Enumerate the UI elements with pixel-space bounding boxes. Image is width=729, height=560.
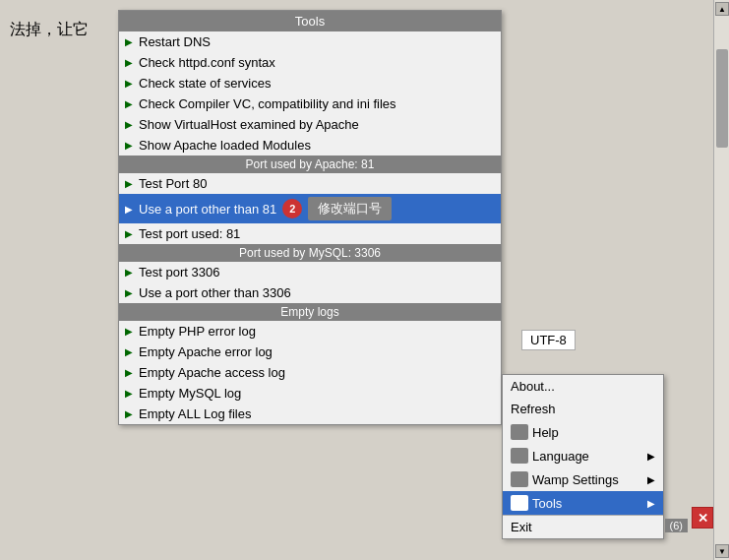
right-menu-item-inner: Exit [511, 520, 532, 534]
menu-item-use-port-3306[interactable]: ▶ Use a port other than 3306 [119, 282, 501, 303]
right-menu-item-label: Language [532, 449, 589, 464]
menu-item-label: Empty MySQL log [139, 386, 241, 401]
tools-icon [511, 495, 528, 511]
menu-item-show-modules[interactable]: ▶ Show Apache loaded Modules [119, 135, 501, 156]
menu-item-empty-mysql-log[interactable]: ▶ Empty MySQL log [119, 383, 501, 404]
menu-item-label: Empty PHP error log [139, 324, 256, 339]
scrollbar-up-arrow[interactable]: ▲ [715, 2, 729, 16]
menu-item-empty-apache-error[interactable]: ▶ Empty Apache error log [119, 342, 501, 362]
right-menu-item-inner: Tools [511, 495, 562, 511]
submenu-arrow-icon: ▶ [647, 451, 655, 462]
scrollbar[interactable]: ▲ ▼ [713, 0, 729, 560]
submenu-arrow-icon: ▶ [647, 498, 655, 509]
right-menu-item-inner: Help [511, 424, 559, 440]
right-menu-item-inner: About... [511, 379, 555, 394]
menu-item-test-port-80[interactable]: ▶ Test Port 80 [119, 173, 501, 194]
menu-item-label: Show Apache loaded Modules [139, 138, 311, 153]
arrow-icon: ▶ [125, 119, 133, 130]
right-menu-item-about[interactable]: About... [503, 375, 663, 398]
section-apache: Port used by Apache: 81 [119, 156, 501, 173]
close-button[interactable]: ✕ [692, 507, 713, 529]
menu-item-label: Restart DNS [139, 34, 211, 49]
menu-item-label: Test port used: 81 [139, 226, 240, 241]
right-menu-item-inner: Language [511, 448, 589, 464]
chinese-text: 法掉，让它 [10, 20, 89, 40]
menu-item-restart-dns[interactable]: ▶ Restart DNS [119, 31, 501, 52]
arrow-icon: ▶ [125, 78, 133, 89]
submenu-arrow-icon: ▶ [647, 474, 655, 485]
right-menu-item-exit[interactable]: Exit [503, 516, 663, 538]
menu-item-label: Show VirtualHost examined by Apache [139, 117, 359, 132]
arrow-icon: ▶ [125, 98, 133, 109]
wamp-settings-icon [511, 471, 528, 487]
right-menu-item-label: About... [511, 379, 555, 394]
right-menu-item-tools[interactable]: Tools ▶ [503, 491, 663, 515]
tools-menu: Tools ▶ Restart DNS ▶ Check httpd.conf s… [118, 10, 502, 425]
menu-item-empty-all-logs[interactable]: ▶ Empty ALL Log files [119, 404, 501, 424]
arrow-icon: ▶ [125, 228, 133, 239]
right-menu-item-label: Help [532, 425, 559, 440]
menu-item-show-virtualhost[interactable]: ▶ Show VirtualHost examined by Apache [119, 114, 501, 135]
menu-item-label: Test Port 80 [139, 176, 207, 191]
menu-item-label: Empty Apache access log [139, 365, 285, 380]
right-menu-item-refresh[interactable]: Refresh [503, 398, 663, 420]
help-icon [511, 424, 528, 440]
menu-item-test-port-used-81[interactable]: ▶ Test port used: 81 [119, 223, 501, 244]
menu-item-label: Empty Apache error log [139, 344, 273, 359]
right-menu-item-label: Wamp Settings [532, 472, 619, 487]
right-menu-item-language[interactable]: Language ▶ [503, 444, 663, 467]
arrow-icon: ▶ [125, 326, 133, 337]
arrow-icon: ▶ [125, 178, 133, 189]
menu-item-label: Test port 3306 [139, 265, 219, 280]
tooltip-box: 修改端口号 [308, 197, 392, 220]
right-menu: About... Refresh Help Language ▶ Wamp Se… [502, 374, 664, 539]
arrow-icon: ▶ [125, 204, 133, 215]
menu-item-test-port-3306[interactable]: ▶ Test port 3306 [119, 262, 501, 282]
arrow-icon: ▶ [125, 346, 133, 357]
tools-menu-header: Tools [119, 11, 501, 31]
menu-item-label: Check Compiler VC, compatibility and ini… [139, 96, 396, 111]
utf8-label: UTF-8 [521, 330, 576, 350]
arrow-icon: ▶ [125, 287, 133, 298]
notification-count: (6) [665, 519, 688, 532]
right-menu-item-inner: Wamp Settings [511, 471, 619, 487]
menu-item-check-httpd[interactable]: ▶ Check httpd.conf syntax [119, 52, 501, 73]
menu-item-empty-php-error[interactable]: ▶ Empty PHP error log [119, 321, 501, 342]
notification-badge: 2 [282, 199, 302, 218]
arrow-icon: ▶ [125, 367, 133, 378]
arrow-icon: ▶ [125, 408, 133, 419]
right-menu-item-inner: Refresh [511, 402, 556, 416]
badge-container: Use a port other than 81 2 修改端口号 [139, 197, 392, 220]
menu-item-check-state[interactable]: ▶ Check state of services [119, 73, 501, 93]
arrow-icon: ▶ [125, 57, 133, 68]
arrow-icon: ▶ [125, 140, 133, 151]
menu-item-label: Check httpd.conf syntax [139, 55, 275, 70]
menu-item-use-port-81[interactable]: ▶ Use a port other than 81 2 修改端口号 [119, 194, 501, 223]
right-menu-item-label: Tools [532, 496, 562, 511]
menu-item-label: Use a port other than 3306 [139, 285, 291, 300]
section-logs: Empty logs [119, 303, 501, 321]
menu-item-empty-apache-access[interactable]: ▶ Empty Apache access log [119, 362, 501, 383]
exit-label: Exit [511, 520, 532, 534]
right-menu-item-wamp-settings[interactable]: Wamp Settings ▶ [503, 467, 663, 491]
menu-item-label: Empty ALL Log files [139, 406, 251, 421]
menu-item-label: Check state of services [139, 76, 271, 91]
menu-item-label: Use a port other than 81 [139, 202, 276, 217]
arrow-icon: ▶ [125, 388, 133, 399]
right-menu-item-label: Refresh [511, 402, 556, 416]
arrow-icon: ▶ [125, 36, 133, 47]
menu-item-check-compiler[interactable]: ▶ Check Compiler VC, compatibility and i… [119, 93, 501, 114]
section-mysql: Port used by MySQL: 3306 [119, 244, 501, 262]
right-menu-item-help[interactable]: Help [503, 420, 663, 444]
arrow-icon: ▶ [125, 267, 133, 278]
scrollbar-thumb[interactable] [716, 49, 728, 148]
close-icon: ✕ [698, 511, 708, 526]
scrollbar-down-arrow[interactable]: ▼ [715, 544, 729, 558]
language-icon [511, 448, 528, 464]
